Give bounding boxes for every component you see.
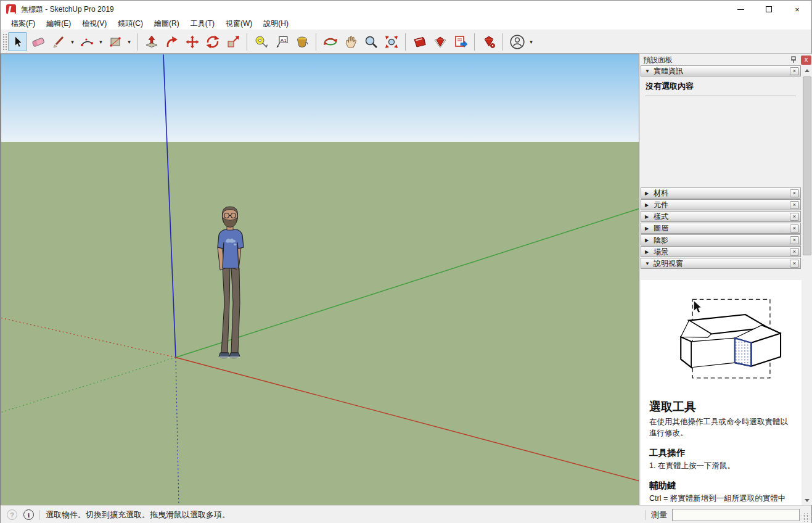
extension-warehouse-button[interactable] xyxy=(430,32,449,51)
menu-view[interactable]: 檢視(V) xyxy=(76,17,112,30)
move-tool-button[interactable] xyxy=(182,32,202,51)
eraser-tool-button[interactable] xyxy=(28,32,47,51)
extension-warehouse-icon xyxy=(433,35,448,49)
section-shadows[interactable]: ▶ 陰影 × xyxy=(641,234,801,245)
section-close-button[interactable]: × xyxy=(790,260,799,268)
extension-manager-button[interactable] xyxy=(479,32,498,51)
minimize-button[interactable] xyxy=(726,1,755,18)
section-close-button[interactable]: × xyxy=(790,248,799,256)
move-icon xyxy=(185,35,200,49)
rectangle-tool-dropdown[interactable]: ▾ xyxy=(125,32,133,51)
close-button[interactable]: × xyxy=(783,1,811,18)
credits-info-icon[interactable]: i xyxy=(23,509,34,520)
no-selection-message: 沒有選取內容 xyxy=(646,81,796,92)
chevron-down-icon: ▾ xyxy=(99,39,102,45)
paint-bucket-icon xyxy=(295,35,310,49)
drawing-viewport[interactable] xyxy=(1,54,639,505)
follow-me-tool-button[interactable] xyxy=(162,32,181,51)
instructor-content: 選取工具 在使用其他操作工具或命令時選取實體以進行修改。 工具操作 1. 在實體… xyxy=(641,280,802,505)
section-close-button[interactable]: × xyxy=(790,213,799,221)
section-components[interactable]: ▶ 元件 × xyxy=(641,199,801,210)
account-button[interactable] xyxy=(507,32,527,51)
scale-figure-person[interactable] xyxy=(202,204,257,360)
pan-tool-button[interactable] xyxy=(341,32,360,51)
extension-manager-icon xyxy=(482,35,496,49)
select-tool-button[interactable] xyxy=(8,32,27,51)
section-scenes[interactable]: ▶ 場景 × xyxy=(641,246,801,257)
send-to-layout-button[interactable] xyxy=(451,32,470,51)
maximize-icon xyxy=(766,6,772,12)
arc-tool-dropdown[interactable]: ▾ xyxy=(97,32,105,51)
triangle-right-icon: ▶ xyxy=(645,226,654,231)
scale-icon xyxy=(226,35,240,49)
triangle-right-icon: ▶ xyxy=(645,214,654,220)
close-icon: x xyxy=(805,56,808,63)
line-tool-dropdown[interactable]: ▾ xyxy=(68,32,76,51)
geolocation-status-icon[interactable]: ? xyxy=(7,509,17,520)
orbit-tool-button[interactable] xyxy=(321,32,340,51)
account-icon xyxy=(509,34,525,50)
tray-close-button[interactable]: x xyxy=(801,56,811,65)
close-icon: × xyxy=(793,213,796,220)
section-materials[interactable]: ▶ 材料 × xyxy=(641,187,801,199)
instructor-modifier-heading: 輔助鍵 xyxy=(649,480,795,492)
section-close-button[interactable]: × xyxy=(790,236,799,244)
measurement-input[interactable] xyxy=(672,509,800,521)
triangle-up-icon xyxy=(805,69,810,72)
3d-warehouse-button[interactable] xyxy=(410,32,429,51)
toolbar-drag-handle[interactable] xyxy=(2,33,7,51)
section-close-button[interactable]: × xyxy=(790,201,799,209)
instructor-description: 在使用其他操作工具或命令時選取實體以進行修改。 xyxy=(649,416,795,439)
minimize-icon xyxy=(737,9,744,10)
section-layers[interactable]: ▶ 圖層 × xyxy=(641,223,801,234)
section-instructor[interactable]: ▼ 說明視窗 × xyxy=(641,258,801,269)
toolbar-separator xyxy=(502,33,503,51)
menu-draw[interactable]: 繪圖(R) xyxy=(149,17,185,30)
account-dropdown[interactable]: ▾ xyxy=(527,32,535,51)
triangle-right-icon: ▶ xyxy=(645,237,654,243)
drawing-axes xyxy=(1,54,639,505)
instructor-modifier-line: Ctrl = 將實體新增到一組所選取的實體中 xyxy=(649,493,795,504)
paint-bucket-tool-button[interactable] xyxy=(292,32,311,51)
scroll-down-button[interactable] xyxy=(802,495,812,505)
panel-scrollbar[interactable] xyxy=(802,65,812,505)
rotate-tool-button[interactable] xyxy=(203,32,222,51)
maximize-button[interactable] xyxy=(755,1,783,18)
zoom-tool-button[interactable] xyxy=(361,32,380,51)
text-tool-button[interactable]: A1 xyxy=(272,32,291,51)
divider xyxy=(645,510,646,520)
menu-window[interactable]: 視窗(W) xyxy=(220,17,258,30)
pin-icon xyxy=(790,56,797,64)
divider xyxy=(39,510,40,520)
svg-text:A1: A1 xyxy=(280,37,286,43)
arc-tool-button[interactable] xyxy=(77,32,96,51)
pin-button[interactable] xyxy=(788,56,799,65)
menu-help[interactable]: 說明(H) xyxy=(258,17,294,30)
eraser-icon xyxy=(31,35,46,49)
toolbar-separator xyxy=(316,33,316,51)
blue-axis-negative xyxy=(176,358,179,505)
zoom-extents-icon xyxy=(384,35,399,49)
scroll-up-button[interactable] xyxy=(802,65,812,75)
menu-tools[interactable]: 工具(T) xyxy=(185,17,220,30)
zoom-extents-tool-button[interactable] xyxy=(382,32,401,51)
menu-edit[interactable]: 編輯(E) xyxy=(41,17,76,30)
window-resize-grip[interactable] xyxy=(802,513,810,522)
tape-measure-tool-button[interactable] xyxy=(252,32,271,51)
tray-title: 預設面板 xyxy=(643,55,673,65)
status-bar: ? i 選取物件。切換到擴充選取。拖曳滑鼠以選取多項。 測量 xyxy=(1,505,811,523)
push-pull-tool-button[interactable] xyxy=(142,32,161,51)
scrollbar-thumb[interactable] xyxy=(803,76,811,255)
instructor-illustration xyxy=(647,291,794,389)
section-close-button[interactable]: × xyxy=(790,67,799,75)
rectangle-tool-button[interactable] xyxy=(105,32,125,51)
line-tool-button[interactable] xyxy=(49,32,68,51)
section-entity-info[interactable]: ▼ 實體資訊 × xyxy=(641,65,801,76)
section-close-button[interactable]: × xyxy=(790,189,799,197)
menu-camera[interactable]: 鏡頭(C) xyxy=(112,17,149,30)
section-close-button[interactable]: × xyxy=(790,224,799,233)
menu-file[interactable]: 檔案(F) xyxy=(6,17,41,30)
3d-warehouse-icon xyxy=(412,35,427,49)
scale-tool-button[interactable] xyxy=(223,32,242,51)
section-styles[interactable]: ▶ 樣式 × xyxy=(641,211,801,222)
